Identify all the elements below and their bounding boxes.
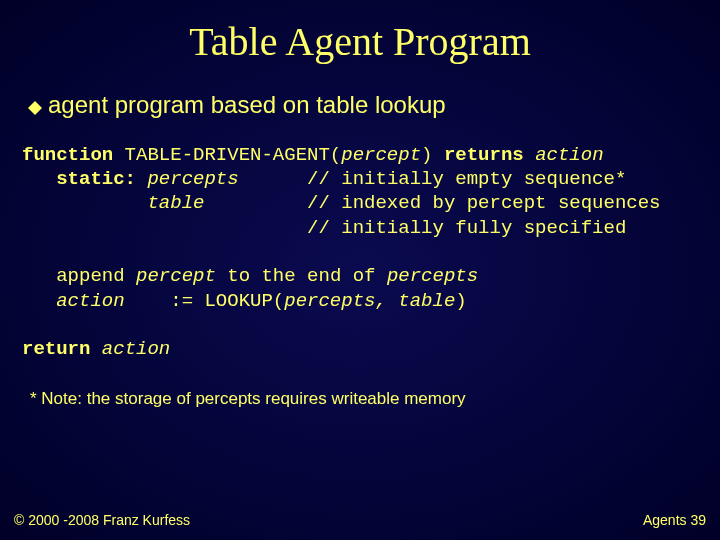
code-text: append [22, 265, 136, 287]
footnote: * Note: the storage of percepts requires… [30, 389, 720, 409]
code-var: percepts [387, 265, 478, 287]
svg-marker-0 [28, 101, 42, 115]
code-text: := LOOKUP( [125, 290, 285, 312]
kw-return: return [22, 338, 90, 360]
code-text [136, 168, 147, 190]
footer: © 2000 -2008 Franz Kurfess Agents 39 [14, 512, 706, 528]
code-text [90, 338, 101, 360]
code-text: ) [421, 144, 444, 166]
code-var: percept [341, 144, 421, 166]
code-comment: // initially empty sequence* [239, 168, 627, 190]
code-var: percept [136, 265, 216, 287]
code-var: table [147, 192, 204, 214]
code-text [524, 144, 535, 166]
bullet-line: agent program based on table lookup [28, 91, 720, 121]
kw-function: function [22, 144, 113, 166]
code-var: action [22, 290, 125, 312]
kw-returns: returns [444, 144, 524, 166]
code-var: action [102, 338, 170, 360]
kw-static: static: [22, 168, 136, 190]
code-text [22, 192, 147, 214]
code-var: percepts [147, 168, 238, 190]
code-comment: // initially fully specified [22, 217, 626, 239]
page-number: Agents 39 [643, 512, 706, 528]
code-block: function TABLE-DRIVEN-AGENT(percept) ret… [22, 143, 720, 362]
page-title: Table Agent Program [0, 18, 720, 65]
code-text: to the end of [216, 265, 387, 287]
code-var: action [535, 144, 603, 166]
copyright-text: © 2000 -2008 Franz Kurfess [14, 512, 190, 528]
code-text: TABLE-DRIVEN-AGENT( [113, 144, 341, 166]
code-var: percepts, table [284, 290, 455, 312]
bullet-diamond-icon [28, 93, 42, 121]
code-text: ) [455, 290, 466, 312]
code-comment: // indexed by percept sequences [204, 192, 660, 214]
bullet-text: agent program based on table lookup [48, 91, 446, 118]
